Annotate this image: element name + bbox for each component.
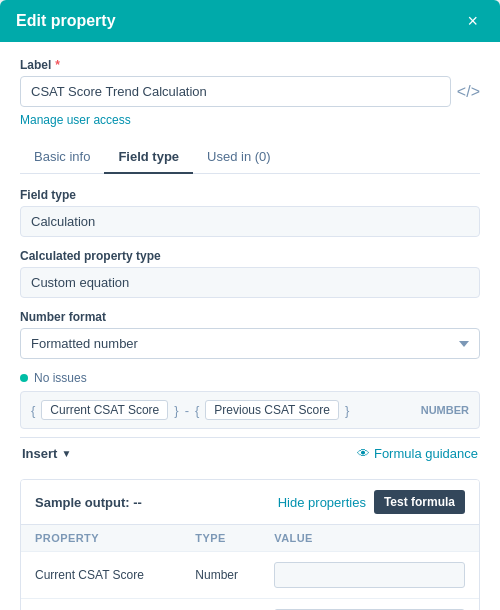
properties-table: PROPERTY TYPE VALUE Current CSAT Score N… bbox=[21, 524, 479, 610]
field-type-value: Calculation bbox=[20, 206, 480, 237]
chevron-down-icon: ▼ bbox=[61, 448, 71, 459]
field-type-group: Field type Calculation bbox=[20, 188, 480, 237]
calc-type-value: Custom equation bbox=[20, 267, 480, 298]
modal-body: Label * </> Manage user access Basic inf… bbox=[0, 42, 500, 610]
tabs-container: Basic info Field type Used in (0) bbox=[20, 141, 480, 174]
status-dot bbox=[20, 374, 28, 382]
hide-properties-link[interactable]: Hide properties bbox=[278, 495, 366, 510]
col-property: PROPERTY bbox=[21, 525, 181, 552]
label-input-row: </> bbox=[20, 76, 480, 107]
minus-op: - bbox=[185, 403, 189, 418]
modal-title: Edit property bbox=[16, 12, 116, 30]
row1-type: Number bbox=[181, 552, 260, 599]
token-label: Previous CSAT Score bbox=[214, 403, 330, 417]
open-brace-1: { bbox=[31, 403, 35, 418]
close-brace-1: } bbox=[174, 403, 178, 418]
open-brace-2: { bbox=[195, 403, 199, 418]
col-type: TYPE bbox=[181, 525, 260, 552]
sample-output-section: Sample output: -- Hide properties Test f… bbox=[20, 479, 480, 610]
issues-text: No issues bbox=[34, 371, 87, 385]
close-button[interactable]: × bbox=[461, 10, 484, 32]
field-type-label: Field type bbox=[20, 188, 480, 202]
formula-type-label: NUMBER bbox=[421, 404, 469, 416]
manage-user-access-link[interactable]: Manage user access bbox=[20, 113, 480, 127]
row2-type: Number bbox=[181, 599, 260, 611]
tab-used-in[interactable]: Used in (0) bbox=[193, 141, 285, 174]
label-input[interactable] bbox=[20, 76, 451, 107]
table-row: Current CSAT Score Number bbox=[21, 552, 479, 599]
row2-property: Previous CSAT Score bbox=[21, 599, 181, 611]
test-formula-button[interactable]: Test formula bbox=[374, 490, 465, 514]
row1-value bbox=[260, 552, 479, 599]
formula-box: { Current CSAT Score } - { Previous CSAT… bbox=[20, 391, 480, 429]
code-icon[interactable]: </> bbox=[457, 83, 480, 101]
table-row: Previous CSAT Score Number bbox=[21, 599, 479, 611]
row2-value bbox=[260, 599, 479, 611]
token-previous-csat[interactable]: Previous CSAT Score bbox=[205, 400, 339, 420]
token-label: Current CSAT Score bbox=[50, 403, 159, 417]
insert-button[interactable]: Insert ▼ bbox=[22, 446, 71, 461]
number-format-select[interactable]: Formatted number Unformatted number Curr… bbox=[20, 328, 480, 359]
table-header-row: PROPERTY TYPE VALUE bbox=[21, 525, 479, 552]
formula-actions: Insert ▼ 👁 Formula guidance bbox=[20, 437, 480, 469]
number-format-group: Number format Formatted number Unformatt… bbox=[20, 310, 480, 371]
modal-header: Edit property × bbox=[0, 0, 500, 42]
tab-basic-info[interactable]: Basic info bbox=[20, 141, 104, 174]
sample-output-header: Sample output: -- Hide properties Test f… bbox=[21, 480, 479, 524]
label-field-group: Label * </> Manage user access bbox=[20, 58, 480, 127]
label-field-label: Label * bbox=[20, 58, 480, 72]
sample-output-actions: Hide properties Test formula bbox=[278, 490, 465, 514]
issues-row: No issues bbox=[20, 371, 480, 385]
sample-output-label: Sample output: -- bbox=[35, 495, 142, 510]
close-brace-2: } bbox=[345, 403, 349, 418]
eye-icon: 👁 bbox=[357, 446, 370, 461]
number-format-label: Number format bbox=[20, 310, 480, 324]
token-current-csat[interactable]: Current CSAT Score bbox=[41, 400, 168, 420]
required-star: * bbox=[55, 58, 60, 72]
formula-guidance-link[interactable]: 👁 Formula guidance bbox=[357, 446, 478, 461]
col-value: VALUE bbox=[260, 525, 479, 552]
formula-tokens: { Current CSAT Score } - { Previous CSAT… bbox=[31, 400, 349, 420]
row1-value-input[interactable] bbox=[274, 562, 465, 588]
row1-property: Current CSAT Score bbox=[21, 552, 181, 599]
calc-type-label: Calculated property type bbox=[20, 249, 480, 263]
tab-field-type[interactable]: Field type bbox=[104, 141, 193, 174]
calc-type-group: Calculated property type Custom equation bbox=[20, 249, 480, 298]
edit-property-modal: Edit property × Label * </> Manage user … bbox=[0, 0, 500, 610]
